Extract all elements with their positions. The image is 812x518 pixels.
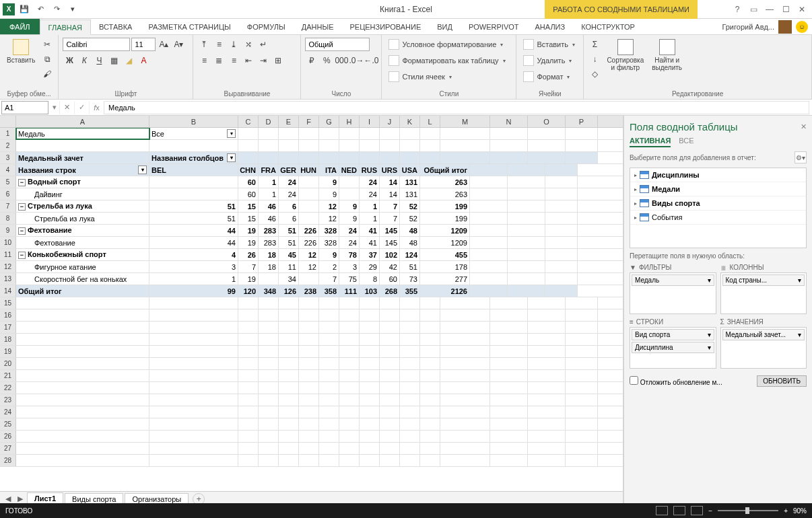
cell[interactable] [259, 382, 279, 394]
cell[interactable]: 1209 [420, 237, 470, 248]
cell[interactable] [420, 297, 440, 309]
cell[interactable]: 7 [238, 261, 259, 272]
cell[interactable] [319, 128, 339, 139]
tab-insert[interactable]: ВСТАВКА [91, 19, 140, 34]
cell[interactable] [16, 297, 149, 309]
cell[interactable] [566, 358, 598, 369]
cell[interactable] [360, 394, 380, 406]
orientation-icon[interactable]: ⤭ [242, 38, 255, 51]
cell[interactable] [149, 358, 238, 369]
cell[interactable]: 75 [339, 273, 360, 285]
col-header[interactable]: A [16, 116, 149, 127]
cell[interactable]: 268 [380, 285, 400, 297]
cell[interactable] [490, 140, 528, 151]
row-header[interactable]: 27 [0, 443, 16, 454]
cell[interactable]: 1 [360, 200, 380, 212]
cell[interactable] [360, 370, 380, 381]
cell[interactable] [238, 455, 259, 466]
cell[interactable]: 355 [400, 285, 420, 297]
number-format-combo[interactable]: Общий [305, 38, 370, 51]
cell[interactable] [400, 370, 420, 381]
pivot-row-item[interactable]: −Конькобежный спорт [16, 249, 149, 260]
cell[interactable]: 111 [339, 285, 360, 297]
cell[interactable] [470, 213, 508, 224]
redo-icon[interactable]: ↷ [50, 3, 63, 16]
cell[interactable]: 34 [279, 273, 299, 285]
cell[interactable]: 9 [319, 188, 339, 200]
cell[interactable]: 328 [319, 225, 339, 236]
cell[interactable] [238, 431, 259, 442]
cell[interactable]: 41 [360, 225, 380, 236]
pivot-row-label[interactable]: Названия строк▾ [16, 164, 149, 176]
cell[interactable] [259, 358, 279, 369]
cell[interactable] [319, 443, 339, 454]
cell[interactable] [440, 128, 490, 139]
cell[interactable] [420, 418, 440, 430]
field-pane-options-icon[interactable]: ⚙▾ [794, 151, 807, 163]
increase-font-icon[interactable]: A▴ [157, 38, 170, 51]
zoom-out-icon[interactable]: − [708, 507, 712, 515]
cell[interactable] [420, 309, 440, 321]
dz-item[interactable]: Дисциплина▾ [632, 342, 714, 353]
cell[interactable] [508, 164, 545, 176]
cell[interactable] [420, 394, 440, 406]
row-header[interactable]: 1 [0, 128, 16, 139]
pivot-filter-value[interactable]: Все▾ [149, 128, 238, 139]
cell[interactable]: 48 [400, 237, 420, 248]
row-header[interactable]: 28 [0, 455, 16, 466]
cell[interactable]: 238 [299, 285, 319, 297]
pivot-col-label[interactable]: Названия столбцов▾ [149, 152, 238, 163]
cell[interactable] [299, 140, 319, 151]
cell[interactable] [470, 273, 508, 285]
dz-rows-box[interactable]: Вид спорта▾ Дисциплина▾ [630, 327, 716, 369]
fp-tab-active[interactable]: АКТИВНАЯ [630, 137, 671, 147]
cell[interactable] [16, 431, 149, 442]
cell[interactable] [528, 394, 566, 406]
tab-home[interactable]: ГЛАВНАЯ [40, 20, 91, 35]
pivot-row-item[interactable]: Стрельба из лука [16, 213, 149, 224]
cell[interactable] [259, 346, 279, 357]
cell[interactable] [566, 431, 598, 442]
increase-decimal-icon[interactable]: .0→ [349, 54, 363, 67]
row-header[interactable]: 14 [0, 285, 16, 297]
cell[interactable] [508, 225, 545, 236]
cell[interactable] [149, 455, 238, 466]
align-middle-icon[interactable]: ≡ [212, 38, 226, 51]
cell[interactable] [470, 249, 508, 260]
cell[interactable]: 131 [400, 176, 420, 188]
col-header[interactable]: H [339, 116, 360, 127]
cell[interactable] [490, 309, 528, 321]
cell[interactable] [238, 346, 259, 357]
cell[interactable] [299, 273, 319, 285]
cell[interactable] [259, 140, 279, 151]
cell[interactable]: 102 [380, 249, 400, 260]
cell[interactable] [149, 346, 238, 357]
cell[interactable]: 120 [238, 285, 259, 297]
cell[interactable]: BEL [149, 164, 238, 176]
pivot-report-header[interactable]: Медальный зачет [16, 152, 149, 163]
normal-view-icon[interactable] [656, 506, 668, 515]
cell[interactable] [490, 128, 528, 139]
cell[interactable] [470, 285, 508, 297]
cell[interactable] [440, 346, 490, 357]
cell[interactable] [470, 164, 508, 176]
cell[interactable] [566, 334, 598, 345]
cell[interactable] [508, 249, 545, 260]
cell[interactable] [319, 334, 339, 345]
expand-icon[interactable]: − [18, 227, 26, 235]
cell[interactable] [279, 152, 299, 163]
cell[interactable] [16, 346, 149, 357]
cell[interactable] [566, 152, 598, 163]
cell[interactable] [420, 455, 440, 466]
maximize-icon[interactable]: ☐ [778, 3, 793, 15]
cell[interactable] [545, 225, 578, 236]
align-center-icon[interactable]: ≣ [212, 54, 226, 67]
cell[interactable] [508, 200, 545, 212]
cell[interactable] [339, 418, 360, 430]
cell[interactable]: 24 [279, 176, 299, 188]
cell[interactable]: 263 [420, 176, 470, 188]
dz-columns-box[interactable]: Код страны...▾ [720, 272, 807, 314]
cell[interactable] [339, 322, 360, 333]
tab-data[interactable]: ДАННЫЕ [294, 19, 342, 34]
cell[interactable] [238, 358, 259, 369]
